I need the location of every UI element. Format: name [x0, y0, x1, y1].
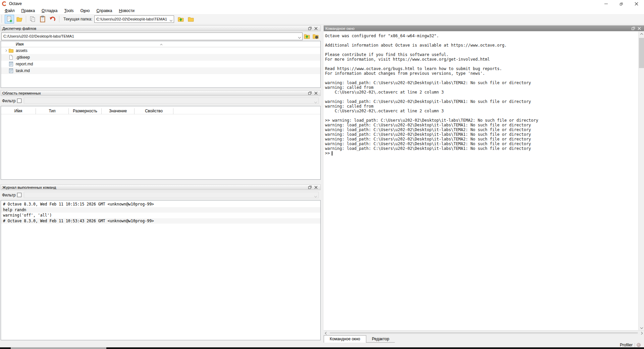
scroll-up-icon[interactable] [639, 32, 644, 37]
close-panel-button[interactable] [313, 185, 319, 190]
new-script-button[interactable] [5, 15, 14, 23]
console-line: warning: load_path: C:\Users\u202-02\Des… [325, 132, 644, 137]
undo-button[interactable] [48, 15, 57, 23]
folder-icon [8, 48, 14, 53]
console-line: C:\Users\u202-02\.octaverc at line 2 col… [325, 90, 644, 95]
folder-up-button[interactable] [176, 15, 185, 23]
console-line: Octave was configured for "x86_64-w64-mi… [325, 34, 644, 38]
menu-item[interactable]: Tools [61, 8, 77, 14]
paste-button[interactable] [38, 15, 47, 23]
octave-main-window: Octave Файл Правка Отладка Tools Окно Сп… [0, 0, 644, 349]
text-file-icon [8, 68, 14, 73]
close-panel-button[interactable] [313, 91, 319, 96]
scrollbar-thumb[interactable] [330, 332, 638, 334]
expander-icon[interactable] [3, 50, 8, 52]
file-browser-path-combobox[interactable]: C:/Users/u202-02/Desktop/it-labs/TEMA1 [1, 33, 303, 40]
history-header[interactable]: Журнал выполненных команд [1, 184, 321, 190]
file-name: report.md [16, 62, 33, 66]
file-row[interactable]: task.md [1, 67, 320, 74]
sort-ascending-icon [161, 42, 162, 47]
file-name: .gitkeep [16, 55, 30, 60]
sort-ascending-icon [17, 107, 19, 111]
panel-title: Область переменных [2, 91, 307, 95]
float-panel-button[interactable] [307, 185, 313, 190]
tab-label: Командное окно [330, 337, 360, 341]
console-line: Please contribute if you find this softw… [325, 52, 644, 57]
variables-column-header[interactable]: Значение [102, 108, 135, 114]
current-folder-label: Текущая папка: [63, 17, 92, 21]
filter-checkbox[interactable] [17, 99, 21, 103]
command-window-output[interactable]: Octave was configured for "x86_64-w64-mi… [324, 32, 644, 330]
scroll-right-icon[interactable] [639, 331, 644, 336]
menu-bar: Файл Правка Отладка Tools Окно Справка Н… [0, 7, 644, 14]
workspace-header[interactable]: Область переменных [1, 90, 321, 96]
main-toolbar: Текущая папка: C:\Users\u202-02\Desktop\… [0, 14, 644, 24]
filter-label: Фильтр [2, 99, 15, 103]
open-button[interactable] [15, 15, 24, 23]
history-entry[interactable]: # Octave 8.3.0, Wed Feb 11 10:53:43 2026… [1, 218, 320, 224]
fb-folder-up-button[interactable] [303, 32, 311, 40]
console-line: warning: called from [325, 85, 644, 90]
file-row[interactable]: assets [1, 47, 320, 54]
menu-item[interactable]: Файл [1, 8, 18, 14]
history-entry[interactable]: # Octave 8.3.0, Wed Feb 11 10:15:15 2026… [1, 201, 320, 207]
column-header-name[interactable]: Имя [16, 42, 23, 47]
copy-button[interactable] [28, 15, 37, 23]
float-panel-button[interactable] [307, 91, 313, 96]
workspace-filter-row: Фильтр [1, 96, 321, 105]
history-entry[interactable]: warning('off', 'all') [1, 213, 320, 218]
bottom-tab[interactable]: Командное окно [324, 335, 366, 343]
menu-item[interactable]: Окно [77, 8, 93, 14]
close-button[interactable] [629, 0, 644, 7]
console-line: warning: called from [325, 104, 644, 109]
toolbar-separator [26, 16, 26, 22]
variables-column-header[interactable]: Тип [36, 108, 69, 114]
minimize-button[interactable] [599, 0, 614, 7]
variables-table[interactable]: Имя Тип Размерность Значение Свойство [1, 106, 321, 180]
console-line: For more information, visit https://www.… [325, 57, 644, 62]
history-entry[interactable]: help randn [1, 207, 320, 213]
console-line: Additional information about Octave is a… [325, 43, 644, 48]
scrollbar-thumb[interactable] [639, 38, 644, 68]
menu-item[interactable]: Новости [116, 8, 138, 14]
float-panel-button[interactable] [307, 26, 313, 31]
chevron-down-icon[interactable] [299, 35, 301, 39]
horizontal-scrollbar[interactable] [324, 330, 644, 335]
close-panel-button[interactable] [636, 26, 642, 31]
command-history-panel: Журнал выполненных команд Фильтр # Octav… [1, 184, 321, 340]
scroll-left-icon[interactable] [324, 331, 329, 336]
profiler-status-indicator[interactable] [637, 343, 641, 347]
file-name: assets [16, 48, 28, 53]
command-window-header[interactable]: Командное окно [324, 25, 644, 31]
console-line: warning: load_path: C:\Users\u202-02\Des… [325, 141, 644, 146]
fb-actions-button[interactable] [311, 32, 320, 40]
file-browser-header[interactable]: Диспетчер файлов [1, 25, 321, 31]
filter-checkbox[interactable] [17, 193, 21, 197]
history-list[interactable]: # Octave 8.3.0, Wed Feb 11 10:15:15 2026… [1, 200, 321, 340]
close-panel-button[interactable] [313, 26, 319, 31]
menu-item[interactable]: Справка [93, 8, 115, 14]
scroll-down-icon[interactable] [639, 325, 644, 330]
restore-button[interactable] [614, 0, 629, 7]
command-prompt-line[interactable]: >> [324, 151, 644, 156]
file-list[interactable]: Имя [1, 41, 321, 88]
toolbar-grip[interactable] [1, 15, 3, 23]
dock-tab-bar: Командное окно Редактор [324, 335, 644, 343]
menu-item[interactable]: Правка [18, 8, 39, 14]
chevron-down-icon[interactable] [170, 17, 172, 22]
variables-column-header[interactable]: Свойство [135, 108, 173, 114]
file-name: task.md [16, 68, 30, 73]
file-browser-panel: Диспетчер файлов C:/Users/u202-02/Deskto… [1, 25, 321, 88]
variables-column-header[interactable]: Размерность [69, 108, 102, 114]
file-row[interactable]: report.md [1, 61, 320, 67]
console-line: warning: load_path: C:\Users\u202-02\Des… [325, 123, 644, 127]
bottom-tab[interactable]: Редактор [366, 336, 395, 343]
vertical-scrollbar[interactable] [638, 32, 644, 330]
file-list-column-header[interactable]: Имя [1, 41, 320, 47]
current-folder-combobox[interactable]: C:\Users\u202-02\Desktop\it-labs\TEMA1 [94, 15, 174, 23]
menu-item[interactable]: Отладка [38, 8, 61, 14]
browse-folder-button[interactable] [186, 15, 196, 23]
file-row[interactable]: .gitkeep [1, 54, 320, 61]
float-panel-button[interactable] [630, 26, 636, 31]
filter-label: Фильтр [2, 193, 15, 197]
